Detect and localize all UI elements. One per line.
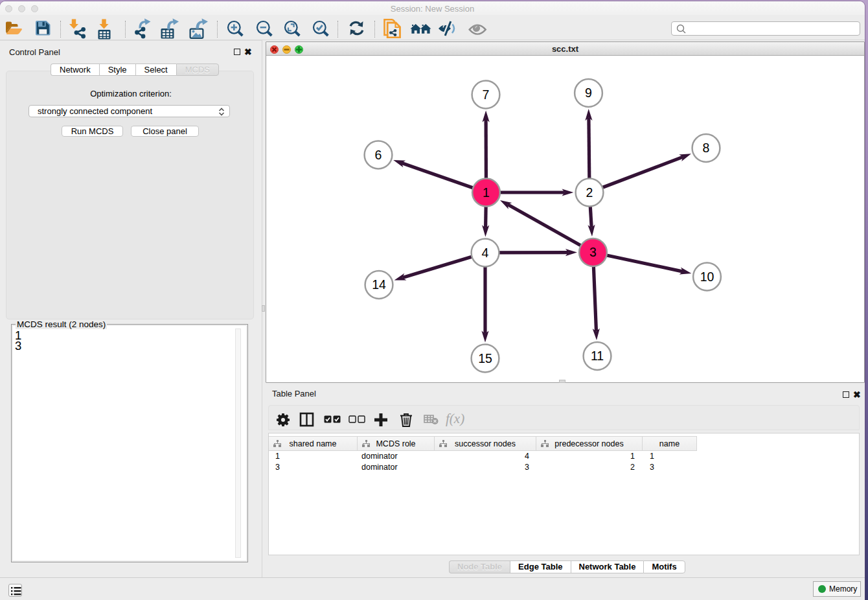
svg-text:10: 10 bbox=[700, 270, 714, 284]
svg-text:6: 6 bbox=[375, 148, 382, 162]
svg-text:3: 3 bbox=[589, 245, 597, 259]
svg-text:11: 11 bbox=[591, 349, 604, 363]
svg-text:4: 4 bbox=[482, 246, 489, 260]
svg-text:7: 7 bbox=[483, 87, 490, 102]
svg-text:9: 9 bbox=[585, 86, 592, 100]
svg-text:2: 2 bbox=[586, 185, 593, 200]
svg-text:14: 14 bbox=[372, 277, 386, 292]
svg-text:8: 8 bbox=[703, 141, 710, 155]
svg-text:1: 1 bbox=[483, 185, 490, 200]
svg-text:15: 15 bbox=[478, 351, 492, 365]
